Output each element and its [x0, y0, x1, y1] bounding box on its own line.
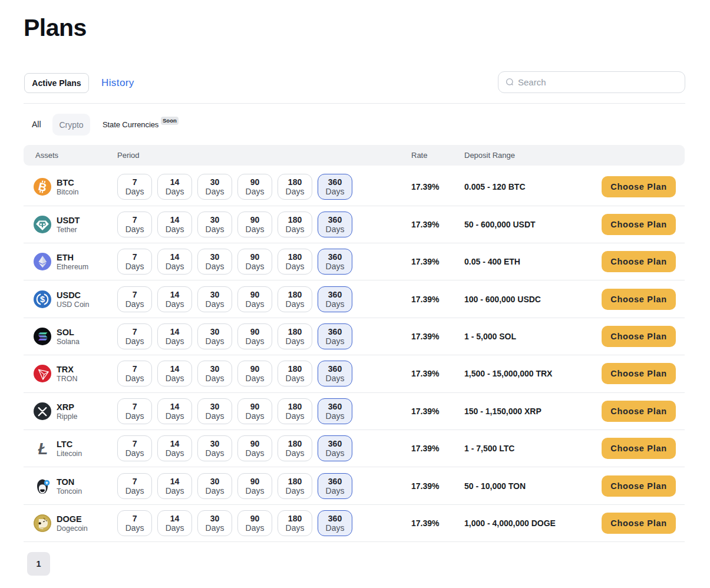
svg-text:Ł: Ł — [38, 440, 48, 458]
svg-text:$: $ — [40, 295, 45, 304]
